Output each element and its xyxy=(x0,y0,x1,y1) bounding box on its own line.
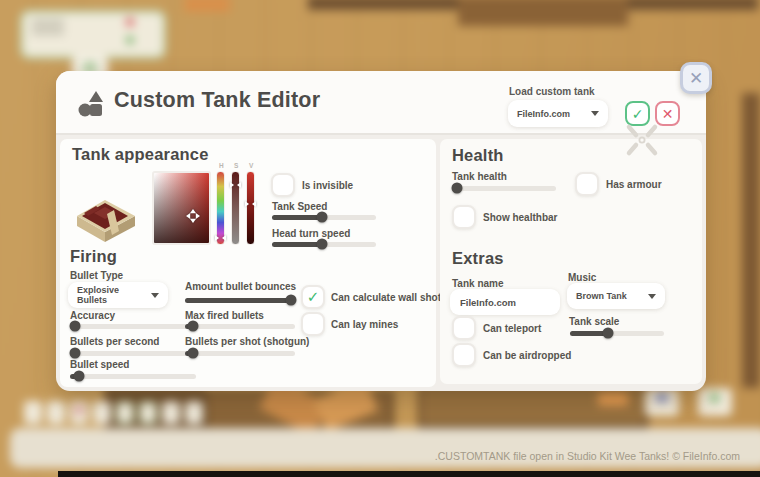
toolbar-square xyxy=(185,401,203,424)
bullets-per-shot-slider[interactable] xyxy=(185,347,295,359)
tank-speed-slider-handle[interactable] xyxy=(316,212,327,223)
bullets-per-second-label: Bullets per second xyxy=(70,336,159,347)
bullet-type-dropdown[interactable]: Explosive Bullets xyxy=(68,282,168,308)
tank-health-slider-handle[interactable] xyxy=(452,183,463,194)
accuracy-slider[interactable] xyxy=(70,320,196,332)
music-value: Brown Tank xyxy=(576,291,648,301)
loading-spinner-icon xyxy=(622,123,662,161)
load-custom-tank-label: Load custom tank xyxy=(509,86,595,97)
toolbar-square xyxy=(116,401,134,424)
hud-green-check-icon xyxy=(126,36,134,44)
bullet-speed-label: Bullet speed xyxy=(70,359,129,370)
screen-bottom-strip xyxy=(58,471,760,477)
is-invisible-checkbox[interactable]: ✓ xyxy=(271,173,295,197)
bullet-speed-slider-handle[interactable] xyxy=(73,371,84,382)
game-screen: .CUSTOMTANK file open in Studio Kit Wee … xyxy=(0,0,760,477)
dialog-title: Custom Tank Editor xyxy=(114,88,320,113)
status-bar-text: .CUSTOMTANK file open in Studio Kit Wee … xyxy=(435,450,740,462)
load-custom-tank-dropdown[interactable]: FileInfo.com xyxy=(508,100,608,127)
can-lay-mines-label: Can lay mines xyxy=(331,319,398,330)
max-fired-bullets-slider-handle[interactable] xyxy=(187,321,198,332)
head-turn-speed-slider[interactable] xyxy=(272,238,376,250)
right-panel: Health Tank health ✓ Has armour ✓ Show h… xyxy=(440,139,702,384)
tank-health-label: Tank health xyxy=(452,171,507,182)
bullet-speed-slider[interactable] xyxy=(70,370,196,382)
hue-slider[interactable] xyxy=(216,171,225,245)
tank-scale-slider-handle[interactable] xyxy=(602,328,613,339)
dialog-header: Custom Tank Editor Load custom tank File… xyxy=(56,71,706,135)
music-dropdown[interactable]: Brown Tank xyxy=(567,283,665,309)
saturation-slider[interactable] xyxy=(231,171,240,245)
tank-scale-label: Tank scale xyxy=(569,316,619,327)
bullets-per-shot-label: Bullets per shot (shotgun) xyxy=(185,336,309,347)
max-fired-bullets-slider[interactable] xyxy=(185,320,295,332)
toolbar-square xyxy=(24,401,42,424)
color-picker-cursor-icon[interactable] xyxy=(186,209,200,227)
can-calculate-wall-shots-checkbox[interactable]: ✓ xyxy=(301,285,325,309)
crate xyxy=(742,93,760,388)
chevron-down-icon xyxy=(648,294,656,299)
accuracy-slider-handle[interactable] xyxy=(70,321,81,332)
can-teleport-checkbox[interactable]: ✓ xyxy=(452,316,476,340)
firing-heading: Firing xyxy=(70,247,117,266)
close-button[interactable]: ✕ xyxy=(680,62,712,94)
chevron-down-icon xyxy=(151,293,159,298)
tank-appearance-heading: Tank appearance xyxy=(72,145,209,164)
crate xyxy=(598,392,628,406)
amount-bullet-bounces-label: Amount bullet bounces xyxy=(185,281,296,292)
head-turn-speed-slider-handle[interactable] xyxy=(316,239,327,250)
bullet-type-label: Bullet Type xyxy=(70,270,123,281)
load-custom-tank-value: FileInfo.com xyxy=(517,109,591,119)
toolbar-square xyxy=(162,401,180,424)
can-teleport-label: Can teleport xyxy=(483,323,541,334)
tank-speed-slider[interactable] xyxy=(272,211,376,223)
confirm-check-icon: ✓ xyxy=(632,106,644,122)
close-icon: ✕ xyxy=(689,68,703,89)
bullet-type-value: Explosive Bullets xyxy=(77,285,151,305)
saturation-label: S xyxy=(234,162,238,169)
bullets-per-second-slider-handle[interactable] xyxy=(70,348,81,359)
tank-preview-image xyxy=(74,179,138,249)
custom-tank-editor-dialog: Custom Tank Editor Load custom tank File… xyxy=(56,71,706,391)
shapes-icon xyxy=(77,89,107,123)
cancel-x-icon: ✕ xyxy=(662,106,674,122)
health-heading: Health xyxy=(452,146,504,165)
hue-label: H xyxy=(219,162,224,169)
show-healthbar-label: Show healthbar xyxy=(483,212,557,223)
toolbar-square xyxy=(139,401,157,424)
can-be-airdropped-checkbox[interactable]: ✓ xyxy=(452,343,476,367)
left-panel: Tank appearance xyxy=(60,139,436,387)
tank-health-slider[interactable] xyxy=(452,182,556,194)
extras-heading: Extras xyxy=(452,249,504,268)
bullets-per-second-slider[interactable] xyxy=(70,347,196,359)
has-armour-checkbox[interactable]: ✓ xyxy=(575,172,599,196)
crate xyxy=(184,0,230,12)
color-picker-area[interactable] xyxy=(152,171,211,245)
can-be-airdropped-label: Can be airdropped xyxy=(483,350,571,361)
toolbar-square xyxy=(47,401,65,424)
bg-button-green-icon xyxy=(709,393,720,403)
tank-name-value: FileInfo.com xyxy=(460,297,516,308)
bottom-bar xyxy=(10,428,760,468)
can-lay-mines-checkbox[interactable]: ✓ xyxy=(301,312,325,336)
tank-scale-slider[interactable] xyxy=(570,327,664,339)
bullets-per-shot-slider-handle[interactable] xyxy=(187,348,198,359)
show-healthbar-checkbox[interactable]: ✓ xyxy=(452,205,476,229)
tank-name-label: Tank name xyxy=(452,278,504,289)
value-slider[interactable] xyxy=(246,171,255,245)
has-armour-label: Has armour xyxy=(606,179,662,190)
amount-bullet-bounces-slider[interactable] xyxy=(185,294,295,306)
crate xyxy=(458,0,628,26)
toolbar-square-red-dot xyxy=(75,406,83,414)
music-label: Music xyxy=(568,272,596,283)
hud-text-lines xyxy=(32,20,64,36)
is-invisible-label: Is invisible xyxy=(302,180,353,191)
chevron-down-icon xyxy=(591,111,599,116)
tank-name-input[interactable]: FileInfo.com xyxy=(450,289,560,315)
hud-red-x-icon xyxy=(126,18,134,26)
amount-bullet-bounces-slider-handle[interactable] xyxy=(285,295,296,306)
bg-button-blue-icon xyxy=(656,393,668,402)
can-calculate-wall-shots-label: Can calculate wall shots xyxy=(331,292,447,303)
toolbar-square xyxy=(93,401,111,424)
value-label: V xyxy=(249,162,253,169)
